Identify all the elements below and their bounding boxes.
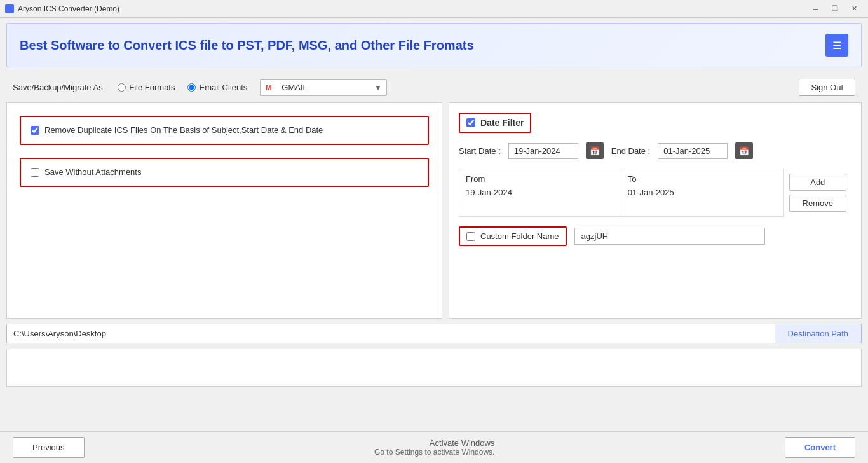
end-date-label: End Date : — [611, 146, 650, 156]
minimize-button[interactable]: ─ — [807, 3, 825, 15]
activate-windows-title: Activate Windows — [374, 438, 494, 448]
activate-windows-subtitle: Go to Settings to activate Windows. — [374, 448, 494, 457]
gmail-selector[interactable]: M GMAIL ▼ — [260, 79, 387, 96]
destination-row: Destination Path — [0, 324, 868, 343]
left-panel: Remove Duplicate ICS Files On The Basis … — [6, 102, 442, 319]
attachments-checkbox[interactable] — [31, 168, 39, 177]
date-table-content: From 19-Jan-2024 To 01-Jan-2025 — [459, 169, 783, 217]
title-bar-controls: ─ ❐ ✕ — [807, 3, 863, 15]
toolbar-row: Save/Backup/Migrate As. File Formats Ema… — [0, 73, 868, 102]
start-date-calendar-button[interactable]: 📅 — [586, 142, 604, 159]
sign-out-button[interactable]: Sign Out — [799, 79, 855, 96]
title-bar-left: Aryson ICS Converter (Demo) — [5, 4, 119, 13]
date-row: Start Date : 📅 End Date : 📅 — [459, 142, 851, 159]
menu-button[interactable]: ☰ — [825, 34, 848, 57]
date-filter-header-row: Date Filter — [459, 113, 851, 133]
log-area — [6, 349, 862, 387]
date-table-to-col: To 01-Jan-2025 — [621, 169, 783, 216]
end-date-input[interactable] — [658, 143, 728, 159]
duplicate-checkbox[interactable] — [31, 126, 39, 135]
previous-button[interactable]: Previous — [13, 437, 85, 458]
attachments-label: Save Without Attachments — [44, 167, 141, 178]
right-panel: Date Filter Start Date : 📅 End Date : 📅 … — [449, 102, 862, 319]
gmail-icon: M — [266, 83, 278, 93]
convert-button[interactable]: Convert — [785, 437, 855, 458]
radio-email-clients-input[interactable] — [187, 83, 196, 92]
restore-button[interactable]: ❐ — [826, 3, 844, 15]
footer: Previous Activate Windows Go to Settings… — [0, 431, 868, 463]
date-table-to-value: 01-Jan-2025 — [628, 188, 776, 197]
radio-group: File Formats Email Clients — [118, 83, 247, 92]
start-date-input[interactable] — [508, 143, 578, 159]
duplicate-label: Remove Duplicate ICS Files On The Basis … — [44, 125, 323, 136]
end-date-calendar-button[interactable]: 📅 — [735, 142, 753, 159]
app-icon — [5, 4, 14, 13]
toolbar-label: Save/Backup/Migrate As. — [13, 83, 105, 92]
attachments-option-box: Save Without Attachments — [20, 158, 429, 187]
radio-email-clients-label: Email Clients — [199, 83, 247, 92]
remove-button[interactable]: Remove — [789, 195, 846, 212]
radio-file-formats-label: File Formats — [129, 83, 175, 92]
date-filter-header: Date Filter — [459, 113, 531, 133]
start-date-label: Start Date : — [459, 146, 501, 156]
folder-name-input[interactable] — [574, 228, 765, 245]
date-table-from-header: From — [466, 174, 614, 184]
date-table-actions: Add Remove — [783, 169, 851, 217]
title-bar-text: Aryson ICS Converter (Demo) — [18, 4, 119, 13]
title-bar: Aryson ICS Converter (Demo) ─ ❐ ✕ — [0, 0, 868, 18]
radio-file-formats[interactable]: File Formats — [118, 83, 175, 92]
date-table: From 19-Jan-2024 To 01-Jan-2025 Add Remo… — [459, 169, 851, 217]
custom-folder-box: Custom Folder Name — [459, 226, 567, 246]
radio-email-clients[interactable]: Email Clients — [187, 83, 247, 92]
windows-activate: Activate Windows Go to Settings to activ… — [374, 438, 494, 457]
radio-file-formats-input[interactable] — [118, 83, 126, 92]
custom-folder-label: Custom Folder Name — [480, 232, 559, 241]
date-table-to-header: To — [628, 174, 776, 184]
date-filter-label: Date Filter — [480, 118, 524, 128]
duplicate-option-box: Remove Duplicate ICS Files On The Basis … — [20, 116, 429, 145]
date-table-from-value: 19-Jan-2024 — [466, 188, 614, 197]
path-input[interactable] — [6, 324, 775, 343]
header-title: Best Software to Convert ICS file to PST… — [20, 38, 474, 53]
custom-folder-checkbox[interactable] — [466, 232, 475, 241]
add-button[interactable]: Add — [789, 174, 846, 191]
close-button[interactable]: ✕ — [845, 3, 863, 15]
main-area: Remove Duplicate ICS Files On The Basis … — [0, 102, 868, 319]
destination-path-button[interactable]: Destination Path — [775, 324, 862, 343]
gmail-text: GMAIL — [281, 83, 371, 92]
header-banner: Best Software to Convert ICS file to PST… — [6, 23, 862, 67]
date-table-from-col: From 19-Jan-2024 — [459, 169, 621, 216]
custom-folder-row: Custom Folder Name — [459, 226, 851, 246]
dropdown-arrow-icon: ▼ — [374, 84, 381, 92]
date-filter-checkbox[interactable] — [466, 118, 475, 127]
